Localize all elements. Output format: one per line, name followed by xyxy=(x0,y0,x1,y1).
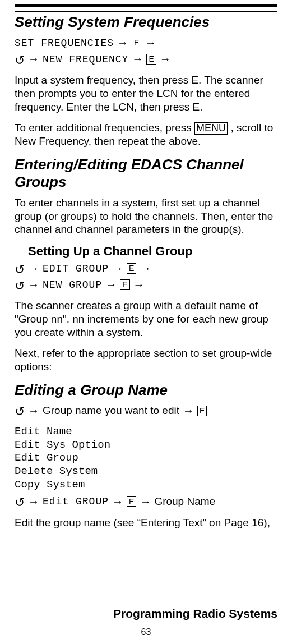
key-e: E xyxy=(132,38,141,48)
sequence-edit-group: → EDIT GROUP → E → xyxy=(15,262,277,275)
sequence-new-group: → NEW GROUP → E → xyxy=(15,278,277,291)
arrow-icon: → xyxy=(183,404,194,417)
key-menu: MENU xyxy=(194,122,228,135)
arrow-icon: → xyxy=(28,404,39,417)
subheading-setting-channel-group: Setting Up a Channel Group xyxy=(28,244,277,259)
rule-thick xyxy=(15,4,277,7)
arrow-icon: → xyxy=(140,495,151,508)
heading-edacs-channel-groups: Entering/Editing EDACS Channel Groups xyxy=(15,156,277,191)
seq-text: NEW FREQUENCY xyxy=(43,54,128,65)
para-additional-frequencies: To enter additional frequencies, press M… xyxy=(15,121,277,148)
scroll-icon xyxy=(15,53,25,66)
page-number: 63 xyxy=(0,627,292,637)
para-group-options: Next, refer to the appropriate section t… xyxy=(15,347,277,374)
scroll-icon xyxy=(15,495,25,508)
para-edit-group-name: Edit the group name (see “Entering Text”… xyxy=(15,516,277,530)
footer-section-title: Programming Radio Systems xyxy=(113,607,277,620)
arrow-icon: → xyxy=(145,36,156,49)
arrow-icon: → xyxy=(112,495,123,508)
menu-item: Edit Name xyxy=(15,425,277,439)
menu-item: Copy System xyxy=(15,479,277,492)
key-e: E xyxy=(197,406,207,416)
arrow-icon: → xyxy=(28,262,39,275)
arrow-icon: → xyxy=(140,262,151,275)
arrow-icon: → xyxy=(112,262,123,275)
scroll-icon xyxy=(15,263,25,275)
sequence-set-frequencies-2: → NEW FREQUENCY → E → xyxy=(15,53,277,66)
key-e: E xyxy=(127,496,136,507)
key-e: E xyxy=(120,279,129,290)
arrow-icon: → xyxy=(28,278,39,291)
menu-item: Edit Sys Option xyxy=(15,439,277,452)
arrow-icon: → xyxy=(28,53,39,66)
arrow-icon: → xyxy=(132,53,143,66)
seq-text: SET FREQUENCIES xyxy=(15,38,114,49)
key-e: E xyxy=(127,263,136,274)
para-input-frequency: Input a system frequency, then press E. … xyxy=(15,73,277,113)
arrow-icon: → xyxy=(28,495,39,508)
scroll-icon xyxy=(15,279,25,291)
seq-text: Edit GROUP xyxy=(43,496,109,507)
seq-text: Group name you want to edit xyxy=(43,404,179,417)
menu-item: Edit Group xyxy=(15,452,277,465)
arrow-icon: → xyxy=(160,53,171,66)
arrow-icon: → xyxy=(133,278,145,291)
arrow-icon: → xyxy=(117,36,128,49)
sequence-set-frequencies-1: SET FREQUENCIES → E → xyxy=(15,36,277,49)
sequence-edit-group-name: → Edit GROUP → E → Group Name xyxy=(15,495,277,508)
heading-setting-system-frequencies: Setting System Frequencies xyxy=(15,13,277,31)
menu-list: Edit Name Edit Sys Option Edit Group Del… xyxy=(15,425,277,492)
sequence-select-group: → Group name you want to edit → E xyxy=(15,404,277,417)
seq-text: EDIT GROUP xyxy=(43,263,109,274)
seq-text: NEW GROUP xyxy=(43,279,102,291)
para-channel-groups: To enter channels in a system, first set… xyxy=(15,196,277,236)
para-text-a: To enter additional frequencies, press xyxy=(15,122,194,134)
seq-text: Group Name xyxy=(154,495,215,508)
menu-item: Delete System xyxy=(15,465,277,479)
rule-thin xyxy=(15,11,277,12)
heading-editing-group-name: Editing a Group Name xyxy=(15,381,277,399)
scroll-icon xyxy=(15,404,25,417)
arrow-icon: → xyxy=(105,278,117,291)
para-default-group-name: The scanner creates a group with a defau… xyxy=(15,299,277,339)
key-e: E xyxy=(146,54,156,65)
